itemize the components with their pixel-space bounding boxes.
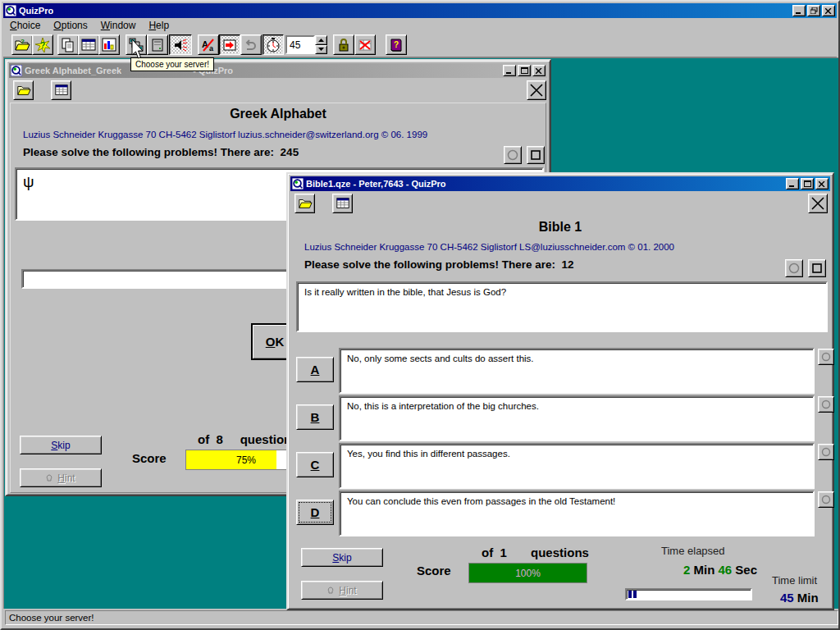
bible-author-line: Luzius Schneider Kruggasse 70 CH-5462 Si… (304, 242, 674, 252)
shuffle-button[interactable] (240, 34, 262, 55)
bible-quiz-title: Bible 1 (288, 220, 833, 235)
greek-hint-button[interactable]: Hint (20, 468, 102, 487)
local-drive-button[interactable] (147, 34, 168, 55)
greek-window-icon (11, 65, 22, 76)
answer-d-button[interactable]: D (296, 500, 334, 525)
greek-open-button[interactable] (13, 80, 34, 100)
spin-up-button[interactable] (315, 35, 327, 45)
spin-down-button[interactable] (315, 45, 327, 55)
answer-c-text: Yes, you find this in different passages… (339, 443, 815, 489)
greek-problem-count: 245 (281, 146, 299, 158)
bible-minimize-button[interactable] (786, 178, 799, 189)
lock-icon (336, 37, 352, 53)
menu-choice[interactable]: Choice (10, 20, 40, 31)
greek-skip-button[interactable]: Skip (20, 436, 102, 454)
bible-skip-button[interactable]: Skip (301, 548, 383, 567)
open-quiz-button[interactable]: ? (11, 34, 33, 55)
lock-exam-button[interactable] (333, 34, 354, 55)
menu-window[interactable]: Window (101, 20, 136, 31)
bible-titlebar[interactable]: Bible1.qze - Peter,7643 - QuizPro (290, 176, 830, 191)
ellipse-icon (821, 352, 831, 362)
help-button[interactable]: ? (386, 34, 407, 55)
new-quiz-icon: ? (34, 37, 51, 53)
bible-instruction: Please solve the following problems! The… (304, 258, 574, 271)
help-book-icon: ? (388, 37, 404, 53)
minimize-icon (789, 181, 796, 187)
delete-results-button[interactable] (354, 34, 376, 55)
minimize-icon (506, 68, 513, 74)
time-limit-spinedit (285, 35, 327, 54)
minimize-icon (796, 8, 802, 14)
answer-c-sound-button[interactable] (818, 444, 834, 460)
open-folder-icon (16, 83, 31, 98)
square-icon (811, 262, 823, 274)
svg-text:a: a (209, 44, 214, 52)
greek-maximize-button[interactable] (518, 65, 531, 76)
time-limit-toggle-button[interactable] (262, 34, 284, 55)
answer-b-sound-button[interactable] (818, 396, 834, 413)
table-icon (54, 83, 69, 98)
font-size-button[interactable]: A a (198, 34, 219, 55)
time-limit-value: 45 Min (780, 591, 819, 605)
mouse-cursor (131, 39, 146, 61)
greek-window-size-button[interactable] (527, 146, 545, 164)
greek-titlebar[interactable]: Greek Alphabet_Greek - QuizPro (9, 63, 547, 78)
greek-sound-option-button[interactable] (504, 146, 522, 164)
shuffle-disabled-icon (243, 37, 259, 53)
status-message: Choose your server! (5, 610, 838, 625)
bible-answered-count: 1 (500, 546, 507, 559)
bible-close-quiz-button[interactable] (808, 194, 828, 213)
greek-close-quiz-button[interactable] (527, 80, 546, 100)
restore-button[interactable] (807, 5, 820, 16)
statistics-button[interactable] (98, 34, 120, 55)
bible-score-label: Score (417, 564, 451, 578)
bible-sound-option-button[interactable] (785, 259, 803, 277)
greek-minimize-button[interactable] (503, 65, 516, 76)
bible-hint-button[interactable]: Hint (301, 581, 383, 600)
main-toolbar: ? ? (3, 33, 837, 57)
answer-d-sound-button[interactable] (818, 491, 834, 508)
greek-table-button[interactable] (51, 80, 71, 100)
answer-b-text: No, this is a interpretation of the big … (339, 395, 815, 441)
bible-open-button[interactable] (294, 194, 315, 213)
bible-window-size-button[interactable] (808, 259, 826, 277)
copy-button[interactable] (57, 34, 79, 55)
question-table-button[interactable] (78, 34, 99, 55)
answer-c-button[interactable]: C (296, 452, 334, 477)
greek-quiz-title: Greek Alphabet (7, 107, 550, 121)
greek-window-title-left: Greek Alphabet_Greek (25, 66, 121, 75)
answer-a-sound-button[interactable] (818, 349, 834, 365)
hint-bulb-icon (327, 587, 334, 595)
stopwatch-icon (265, 37, 281, 53)
greek-close-button[interactable] (532, 65, 546, 76)
minimize-button[interactable] (792, 5, 806, 16)
speaker-mute-icon (172, 37, 189, 53)
big-x-icon (530, 84, 543, 97)
new-quiz-button[interactable]: ? (32, 34, 53, 55)
sound-toggle-button[interactable] (169, 34, 192, 55)
bible-maximize-button[interactable] (801, 178, 814, 189)
quizpro-logo-icon (5, 5, 16, 16)
elapsed-minutes: 2 (683, 563, 690, 577)
maximize-icon (804, 180, 811, 187)
table-icon (336, 196, 350, 211)
table-icon (80, 37, 97, 53)
bible-quiz-window: Bible1.qze - Peter,7643 - QuizPro Bible … (286, 172, 834, 610)
menu-options[interactable]: Options (53, 20, 87, 31)
main-titlebar[interactable]: QuizPro (3, 3, 837, 18)
close-button[interactable] (822, 5, 835, 16)
bible-score-percent: 100% (469, 564, 587, 582)
answer-b-button[interactable]: B (296, 404, 334, 430)
bible-table-button[interactable] (332, 194, 353, 213)
greek-of-questions: of 8 questions (198, 432, 299, 446)
bible-question-box: Is it really written in the bible, that … (296, 281, 828, 332)
auto-next-toggle-button[interactable] (219, 34, 240, 55)
bible-close-button[interactable] (815, 178, 829, 189)
menu-help[interactable]: Help (148, 20, 169, 31)
time-limit-input[interactable] (285, 35, 315, 54)
svg-text:?: ? (21, 38, 25, 45)
answer-a-button[interactable]: A (296, 357, 334, 382)
spin-up-icon (318, 39, 324, 42)
close-icon (825, 8, 832, 14)
square-icon (530, 149, 541, 161)
